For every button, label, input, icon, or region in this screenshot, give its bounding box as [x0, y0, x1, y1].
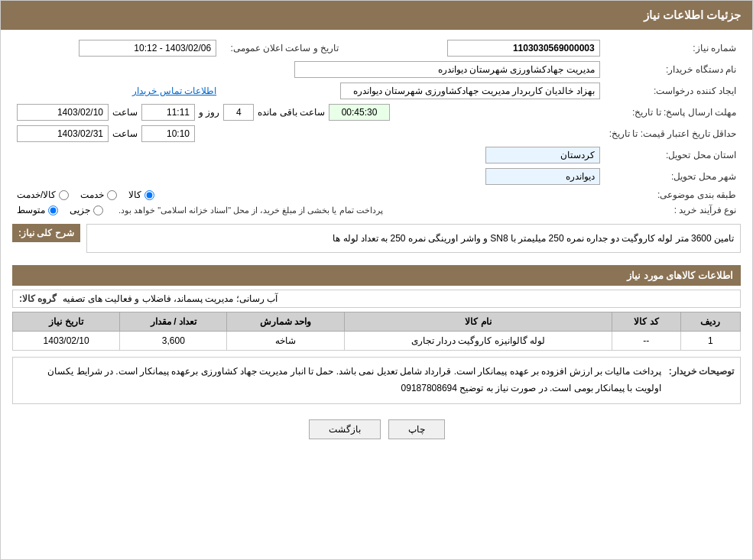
announce-value: 1403/02/06 - 10:12 [79, 40, 216, 57]
buyer-org-label: نام دستگاه خریدار: [605, 59, 741, 80]
need-description-label: شرح کلی نیاز: [12, 224, 80, 242]
send-deadline-days-label: روز و [199, 107, 219, 118]
goods-group-value: آب رسانی؛ مدیریت پسماند، فاضلاب و فعالیت… [63, 293, 278, 304]
category-goods-service-radio[interactable] [59, 190, 69, 200]
category-goods-label: کالا [128, 189, 141, 200]
process-medium-radio[interactable] [48, 206, 58, 215]
delivery-province-label: استان محل تحویل: [605, 144, 741, 166]
need-description-value: تامین 3600 متر لوله کاروگیت دو جداره نمر… [86, 224, 741, 253]
main-content: شماره نیاز: 1103030569000003 تاریخ و ساع… [1, 30, 752, 455]
category-goods-service-option[interactable]: کالا/خدمت [17, 189, 69, 200]
send-deadline-remaining: 00:45:30 [329, 104, 390, 121]
send-deadline-date: 1403/02/10 [17, 104, 109, 121]
process-partial-radio[interactable] [93, 206, 103, 215]
col-unit: واحد شمارش [227, 312, 344, 332]
send-deadline-time-label: ساعت [112, 107, 138, 118]
process-medium-label: متوسط [17, 205, 45, 215]
send-deadline-remaining-label: ساعت باقی مانده [258, 107, 325, 118]
send-deadline-days: 4 [223, 104, 254, 121]
goods-group-row: گروه کالا: آب رسانی؛ مدیریت پسماند، فاضل… [12, 290, 741, 308]
bottom-buttons: چاپ بازگشت [12, 412, 741, 447]
buyer-notes-value: پرداخت مالیات بر ارزش افزوده بر عهده پیم… [19, 364, 661, 397]
delivery-city-label: شهر محل تحویل: [605, 166, 741, 187]
send-deadline-label: مهلت ارسال پاسخ: تا تاریخ: [605, 102, 741, 123]
creator-value: بهزاد خالدیان کاربردار مدیریت جهادکشاورز… [340, 83, 600, 99]
process-note: پرداخت تمام یا بخشی از مبلغ خرید، از محل… [118, 206, 383, 215]
info-table: شماره نیاز: 1103030569000003 تاریخ و ساع… [12, 37, 741, 218]
send-deadline-time: 11:11 [141, 104, 195, 121]
goods-table: ردیف کد کالا نام کالا واحد شمارش تعداد /… [12, 312, 741, 351]
category-service-radio[interactable] [107, 190, 117, 200]
category-service-option[interactable]: خدمت [80, 189, 117, 200]
process-partial-option[interactable]: جزیی [70, 205, 103, 215]
category-goods-radio[interactable] [144, 190, 154, 200]
price-validity-date: 1403/02/31 [17, 125, 109, 142]
col-code: کد کالا [612, 312, 680, 332]
process-partial-label: جزیی [70, 205, 90, 215]
col-date: تاریخ نیاز [13, 312, 120, 332]
category-goods-option[interactable]: کالا [128, 189, 154, 200]
print-button[interactable]: چاپ [388, 419, 445, 439]
buyer-notes-section: توصیحات خریدار: پرداخت مالیات بر ارزش اف… [12, 357, 741, 403]
page-header: جزئیات اطلاعات نیاز [1, 1, 752, 30]
price-validity-label: حداقل تاریخ اعتبار قیمت: تا تاریخ: [605, 123, 741, 144]
price-validity-time-label: ساعت [112, 128, 138, 139]
category-label: طبقه بندی موضوعی: [605, 187, 741, 202]
need-number-label: شماره نیاز: [605, 37, 741, 59]
buyer-org-value: مدیریت جهادکشاورزی شهرستان دیواندره [294, 61, 600, 78]
need-description-section: شرح کلی نیاز: تامین 3600 متر لوله کاروگی… [12, 224, 741, 259]
goods-group-label: گروه کالا: [19, 293, 57, 304]
col-row: ردیف [680, 312, 740, 332]
table-row: 1--لوله گالوانیزه کاروگیت دردار تجاریشاخ… [13, 332, 741, 351]
back-button[interactable]: بازگشت [309, 419, 381, 439]
contact-link[interactable]: اطلاعات تماس خریدار [132, 86, 216, 96]
process-type-label: نوع فرآیند خرید : [605, 202, 741, 218]
col-quantity: تعداد / مقدار [120, 312, 227, 332]
buyer-notes-label: توصیحات خریدار: [669, 364, 734, 397]
delivery-province-value: کردستان [485, 147, 600, 163]
category-goods-service-label: کالا/خدمت [17, 189, 56, 200]
creator-label: ایجاد کننده درخواست: [605, 80, 741, 102]
need-number-value: 1103030569000003 [447, 40, 600, 57]
page-title: جزئیات اطلاعات نیاز [644, 8, 741, 21]
announce-label: تاریخ و ساعت اعلان عمومی: [221, 37, 343, 59]
goods-info-header: اطلاعات کالاهای مورد نیاز [12, 265, 741, 286]
price-validity-time: 10:10 [141, 125, 195, 142]
col-name: نام کالا [344, 312, 612, 332]
process-medium-option[interactable]: متوسط [17, 205, 58, 215]
category-service-label: خدمت [80, 189, 104, 200]
delivery-city-value: دیواندره [485, 168, 600, 185]
page-wrapper: جزئیات اطلاعات نیاز شماره نیاز: 11030305… [0, 0, 753, 560]
